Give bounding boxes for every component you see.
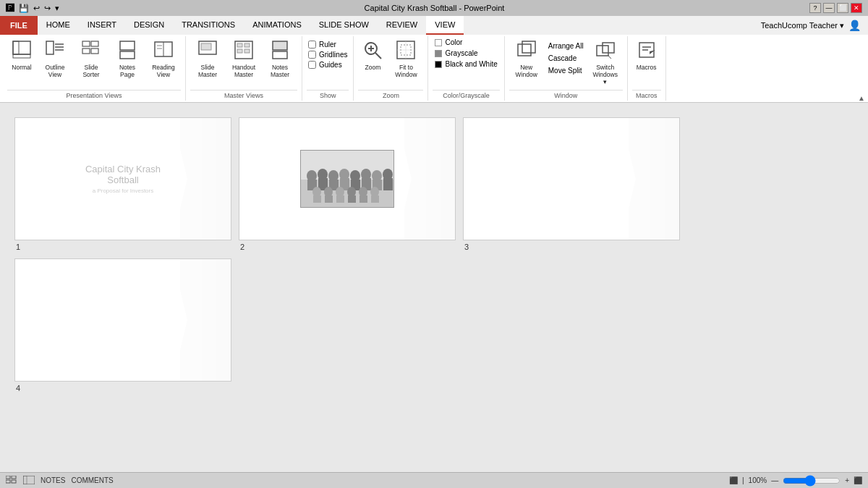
move-split-btn[interactable]: Move Split <box>545 65 587 76</box>
ruler-checkbox[interactable]: Ruler <box>308 41 347 49</box>
svg-rect-9 <box>82 49 90 54</box>
show-label: Show <box>307 90 349 101</box>
svg-point-75 <box>359 187 367 197</box>
fit-page-btn[interactable]: ⬛ <box>854 476 862 484</box>
zoom-plus-btn[interactable]: + <box>845 476 849 484</box>
svg-marker-81 <box>629 118 650 240</box>
show-group: Ruler Gridlines Guides Show <box>302 36 354 101</box>
zoom-icon <box>362 40 383 62</box>
svg-rect-12 <box>120 51 135 59</box>
comments-indicator: COMMENTS <box>71 476 113 484</box>
file-tab[interactable]: FILE <box>0 16 38 35</box>
arrange-all-btn[interactable]: Arrange All <box>545 41 587 51</box>
ribbon-collapse-btn[interactable]: ▲ <box>858 94 865 102</box>
cascade-label: Cascade <box>548 54 576 62</box>
macros-btn[interactable]: Macros <box>632 38 661 73</box>
reading-view-icon <box>153 40 174 62</box>
redo-icon[interactable]: ↪ <box>44 4 51 13</box>
notes-master-icon <box>270 40 290 62</box>
titlebar-controls[interactable]: ? — ⬜ ✕ <box>809 3 862 13</box>
zoom-btn[interactable]: Zoom <box>358 38 387 73</box>
undo-icon[interactable]: ↩ <box>33 4 40 13</box>
handout-master-icon <box>234 40 254 62</box>
reading-view-btn[interactable]: Reading View <box>146 38 181 80</box>
slide-master-icon <box>197 40 218 62</box>
svg-rect-24 <box>273 41 287 50</box>
help-button[interactable]: ? <box>809 3 821 13</box>
slide-number-3: 3 <box>463 243 680 251</box>
outline-btn[interactable]: Outline View <box>38 38 72 80</box>
guides-checkbox[interactable]: Guides <box>308 61 347 69</box>
zoom-slider[interactable] <box>783 476 841 485</box>
tab-review[interactable]: REVIEW <box>378 16 426 35</box>
zoom-content: Zoom Fit to Window <box>358 38 423 88</box>
normal-btn[interactable]: Normal <box>7 38 36 73</box>
svg-rect-20 <box>237 43 242 47</box>
handout-master-label: Handout Master <box>230 64 258 78</box>
status-left: NOTES COMMENTS <box>6 476 114 486</box>
tab-slideshow[interactable]: SLIDE SHOW <box>310 16 378 35</box>
slide1-main-title: Capital City Krash Softball <box>69 164 177 185</box>
tab-animations[interactable]: ANIMATIONS <box>244 16 310 35</box>
tab-view[interactable]: VIEW <box>426 16 464 35</box>
notes-page-btn[interactable]: Notes Page <box>110 38 145 80</box>
svg-rect-0 <box>13 41 30 54</box>
arrange-all-label: Arrange All <box>548 42 584 50</box>
svg-point-77 <box>370 187 379 197</box>
svg-marker-42 <box>650 50 655 54</box>
svg-rect-89 <box>23 476 35 484</box>
svg-rect-22 <box>237 49 242 53</box>
svg-rect-86 <box>12 476 16 479</box>
notes-master-btn[interactable]: Notes Master <box>263 38 297 80</box>
switch-windows-btn[interactable]: Switch Windows ▾ <box>588 38 623 88</box>
grayscale-item[interactable]: Grayscale <box>433 49 499 58</box>
fit-to-window-btn[interactable]: Fit to Window <box>388 38 423 80</box>
slide-thumb-2[interactable] <box>239 117 456 240</box>
close-button[interactable]: ✕ <box>851 3 862 13</box>
black-white-item[interactable]: Black and White <box>433 59 499 69</box>
slide-thumb-4[interactable] <box>14 258 231 382</box>
ruler-input[interactable] <box>308 41 316 49</box>
color-item[interactable]: Color <box>433 38 499 47</box>
minimize-button[interactable]: — <box>823 3 835 13</box>
svg-rect-70 <box>325 195 333 203</box>
tab-insert[interactable]: INSERT <box>79 16 125 35</box>
gridlines-checkbox[interactable]: Gridlines <box>308 51 347 59</box>
save-icon[interactable]: 💾 <box>19 4 29 13</box>
slide-master-btn[interactable]: Slide Master <box>190 38 225 80</box>
user-icon: 👤 <box>848 20 861 31</box>
tab-design[interactable]: DESIGN <box>125 16 173 35</box>
fit-icon[interactable]: ⬛ <box>729 476 738 484</box>
ruler-label: Ruler <box>319 41 336 49</box>
status-right: ⬛ | 100% — + ⬛ <box>729 476 862 485</box>
tab-home[interactable]: HOME <box>38 16 79 35</box>
svg-point-71 <box>336 187 344 197</box>
slide-master-label: Slide Master <box>194 64 221 78</box>
new-window-btn[interactable]: New Window <box>509 38 544 80</box>
cascade-btn[interactable]: Cascade <box>545 53 587 64</box>
slide-thumb-1[interactable]: Capital City Krash Softball a Proposal f… <box>14 117 231 240</box>
normal-icon <box>12 40 32 62</box>
svg-rect-10 <box>91 49 98 54</box>
normal-view-indicator <box>23 476 35 486</box>
slide-number-4: 4 <box>14 384 231 392</box>
slide-sorter-btn[interactable]: Slide Sorter <box>74 38 109 80</box>
svg-rect-11 <box>120 41 135 50</box>
grayscale-label: Grayscale <box>445 49 477 57</box>
zoom-minus-btn[interactable]: — <box>771 476 778 484</box>
slide-number-1: 1 <box>14 243 231 251</box>
switch-windows-icon <box>595 40 616 62</box>
black-white-label: Black and White <box>445 60 497 68</box>
gridlines-input[interactable] <box>308 51 316 59</box>
tab-transitions[interactable]: TRANSITIONS <box>173 16 244 35</box>
slide-thumb-3[interactable] <box>463 117 680 240</box>
maximize-button[interactable]: ⬜ <box>837 3 848 13</box>
tabs-row: FILE HOME INSERT DESIGN TRANSITIONS ANIM… <box>0 16 868 35</box>
presentation-views-content: Normal Outline View Slide Sorter <box>7 38 181 88</box>
fit-to-window-label: Fit to Window <box>392 64 420 78</box>
guides-input[interactable] <box>308 61 316 69</box>
svg-marker-84 <box>180 259 202 381</box>
handout-master-btn[interactable]: Handout Master <box>226 38 261 80</box>
zoom-label: Zoom <box>365 64 381 71</box>
user-area[interactable]: TeachUcomp Teacher ▾ 👤 <box>754 16 868 35</box>
